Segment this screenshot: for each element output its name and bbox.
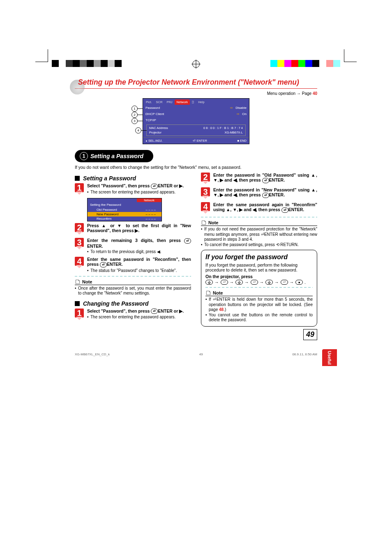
osd-footer: ⬥ SEL./ADJ. ⏎ ENTER ■ END bbox=[143, 137, 249, 144]
down-chevron-icon bbox=[201, 196, 210, 200]
title-underline bbox=[75, 88, 317, 89]
step-2: 2 Enter the password in "Old Password" u… bbox=[201, 173, 317, 185]
subheading-setting-password: Setting a Password bbox=[75, 175, 191, 182]
forgot-press-label: On the projector, press bbox=[205, 274, 313, 279]
enter-button-icon: ⏎ bbox=[281, 207, 288, 213]
square-bullet-icon bbox=[75, 301, 80, 306]
section-heading-setting-password: 1 Setting a Password bbox=[75, 150, 153, 162]
step-4: 4 Enter the same password again in "Reco… bbox=[201, 202, 317, 214]
osd-callout-2: 2 bbox=[131, 112, 138, 118]
forgot-text: If you forget the password, perform the … bbox=[205, 263, 313, 272]
note-icon bbox=[201, 220, 207, 226]
page-number: 49 bbox=[303, 329, 317, 340]
down-chevron-icon bbox=[75, 192, 84, 196]
down-chevron-icon bbox=[201, 182, 210, 185]
down-chevron-icon bbox=[201, 211, 210, 214]
color-bar-left bbox=[52, 60, 122, 67]
step-detail: To return to the previous digit, press ◀… bbox=[87, 249, 191, 255]
enter-button-icon: ⏎ bbox=[184, 238, 191, 244]
note-body-c: If ⏎ENTER is held down for more than 5 s… bbox=[205, 297, 313, 323]
dashed-separator bbox=[205, 287, 313, 288]
registration-mark-top bbox=[192, 60, 200, 68]
step-number: 4 bbox=[75, 257, 84, 266]
step-number: 1 bbox=[75, 309, 84, 318]
osd-network-menu: Pict.SCRPRJNetwork⍰Help 1 Password ⇨ Dis… bbox=[143, 98, 249, 144]
note-heading: Note bbox=[75, 279, 191, 285]
section-intro: If you do not want others to change the … bbox=[75, 165, 317, 170]
osd-row-label: TCP/IP bbox=[145, 118, 244, 122]
step-2: 2 Press ▲ or ▼ to set the first digit in… bbox=[75, 223, 191, 235]
projector-button-icon: ⏎ bbox=[281, 280, 288, 285]
osd-row-value: Disable bbox=[235, 106, 247, 110]
step-4: 4 Enter the same password in "Reconfirm"… bbox=[75, 257, 191, 273]
note-heading: Note bbox=[205, 290, 313, 296]
menu-operation-ref: Menu operation → Page 40 bbox=[75, 91, 317, 96]
osd-tabs: Pict.SCRPRJNetwork⍰Help bbox=[143, 99, 249, 105]
step-number: 2 bbox=[201, 173, 210, 182]
page-title: Setting up the Projector Network Environ… bbox=[75, 78, 317, 87]
note-body-a: Once after the password is set, you must… bbox=[75, 286, 191, 296]
osd-callout-4: 4 bbox=[135, 127, 141, 134]
osd-row-label: Password bbox=[145, 106, 228, 110]
print-registration-area bbox=[0, 0, 392, 66]
dashed-separator bbox=[201, 217, 317, 217]
projector-button-icon: ⏻ bbox=[235, 280, 243, 285]
down-chevron-icon bbox=[75, 247, 84, 250]
enter-button-icon: ⏎ bbox=[262, 178, 269, 183]
enter-button-icon: ⏎ bbox=[100, 262, 107, 267]
osd-projector-value: XG-MB67X-L bbox=[224, 131, 243, 134]
step-number: 4 bbox=[201, 202, 210, 211]
arrow-right-icon: → bbox=[260, 280, 264, 285]
subheading-changing-password: Changing the Password bbox=[75, 300, 191, 307]
step-detail: The screen for entering the password app… bbox=[87, 190, 191, 195]
arrow-right-icon: ⇨ bbox=[237, 112, 240, 116]
projector-button-icon: ⏻ bbox=[265, 280, 273, 285]
step-1: 1 Select "Password", then press ⏎ENTER o… bbox=[75, 309, 191, 321]
step-number: 3 bbox=[75, 238, 84, 247]
arrow-right-icon: → bbox=[274, 280, 279, 285]
forgot-title: If you forget the password bbox=[205, 253, 313, 261]
osd-mac-value: 0 8 : 0 0 : 1 F : B 1 : B 7 : 7 4 bbox=[203, 126, 243, 130]
projector-button-icon: ■ bbox=[295, 280, 303, 285]
crop-mark-tr bbox=[344, 49, 357, 62]
note-icon bbox=[205, 290, 211, 296]
osd-callout-1: 1 bbox=[131, 106, 138, 112]
forgot-password-box: If you forget the password If you forget… bbox=[201, 250, 317, 327]
step-number: 3 bbox=[201, 187, 210, 196]
osd-projector-label: Projector bbox=[149, 131, 222, 134]
osd-row-label: DHCP Client bbox=[145, 112, 234, 116]
note-heading: Note bbox=[201, 220, 317, 226]
projector-button-icon: ⏻ bbox=[205, 280, 213, 285]
arrow-right-icon: → bbox=[244, 280, 249, 285]
page-link-40[interactable]: 40 bbox=[313, 91, 317, 96]
arrow-right-icon: → bbox=[290, 280, 294, 285]
step-3: 3 Enter the remaining 3 digits, then pre… bbox=[75, 238, 191, 254]
arrow-right-icon: → bbox=[214, 280, 219, 285]
arrow-right-icon: ⇨ bbox=[230, 106, 233, 110]
section-number-1: 1 bbox=[80, 152, 88, 160]
password-entry-osd: NetworkSetting the PasswordOld Password–… bbox=[87, 198, 162, 221]
step-3: 3 Enter the password in "New Password" u… bbox=[201, 187, 317, 200]
down-chevron-icon bbox=[75, 232, 84, 235]
down-chevron-icon bbox=[75, 266, 84, 269]
side-tab-useful-features: Useful Features bbox=[322, 349, 337, 366]
projector-button-icon: ⏎ bbox=[251, 280, 258, 285]
step-number: 1 bbox=[75, 183, 84, 192]
note-body-b: If you do not need the password protecti… bbox=[201, 227, 317, 247]
projector-button-icon: ⏎ bbox=[221, 280, 228, 285]
osd-row-value: On bbox=[242, 112, 247, 116]
crop-mark-tl bbox=[35, 49, 48, 62]
step-detail: The screen for entering the password app… bbox=[87, 315, 191, 320]
square-bullet-icon bbox=[75, 176, 80, 181]
button-press-sequence: ⏻→⏎→⏻→⏎→⏻→⏎→■. bbox=[205, 280, 313, 285]
arrow-right-icon: → bbox=[230, 280, 234, 285]
enter-button-icon: ⏎ bbox=[151, 184, 158, 189]
down-chevron-icon bbox=[75, 318, 84, 321]
step-number: 2 bbox=[75, 223, 84, 232]
page-link-48[interactable]: 48 bbox=[219, 307, 224, 312]
dashed-separator bbox=[75, 276, 191, 276]
osd-callout-3: 3 bbox=[131, 118, 138, 124]
color-bar-right bbox=[270, 60, 340, 67]
note-icon bbox=[75, 279, 81, 285]
osd-mac-label: MAC Address bbox=[149, 126, 201, 130]
